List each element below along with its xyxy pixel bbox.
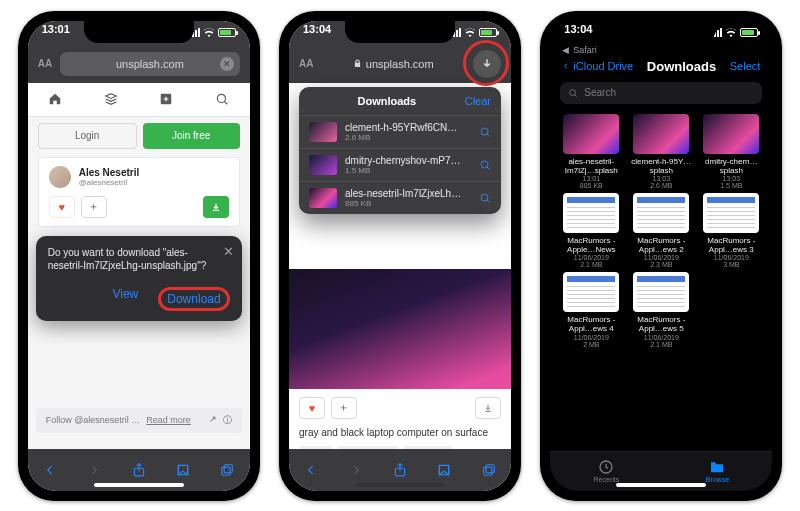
svg-point-5 — [481, 128, 488, 135]
url-bar[interactable]: unsplash.com ✕ — [60, 52, 240, 76]
file-date: 11/06/2019 — [714, 254, 749, 261]
file-item[interactable]: MacRumors - Appl…ews 5 11/06/2019 2.1 MB — [628, 272, 694, 347]
file-thumb — [703, 114, 759, 154]
image-download-button[interactable] — [475, 397, 501, 419]
download-thumb — [309, 122, 337, 142]
layers-icon[interactable] — [104, 92, 118, 106]
downloads-popover: Downloads Clear clement-h-95YRwf6CN… 2.6… — [299, 87, 501, 214]
file-item[interactable]: dmitry-chern…splash 13:03 1.5 MB — [698, 114, 764, 189]
clear-url-icon[interactable]: ✕ — [220, 57, 234, 71]
forward-icon[interactable] — [87, 463, 101, 477]
back-button[interactable]: iCloud Drive — [562, 60, 633, 72]
download-item[interactable]: dmitry-chernyshov-mP7… 1.5 MB — [299, 148, 501, 181]
search-input[interactable]: Search — [560, 82, 762, 104]
battery-icon — [218, 28, 236, 37]
url-text: unsplash.com — [116, 58, 184, 70]
add-to-collection-icon[interactable]: ＋ — [81, 196, 107, 218]
home-icon[interactable] — [48, 92, 62, 106]
read-more-link[interactable]: Read more — [146, 415, 191, 425]
page-title: Downloads — [639, 59, 724, 74]
reader-aa-button[interactable]: AA — [299, 58, 313, 69]
tab-browse[interactable]: Browse — [706, 459, 729, 483]
wifi-icon — [464, 28, 476, 38]
svg-point-7 — [481, 194, 488, 201]
add-to-collection-icon[interactable]: ＋ — [331, 397, 357, 419]
avatar[interactable] — [49, 166, 71, 188]
file-date: 11/06/2019 — [574, 254, 609, 261]
url-text: unsplash.com — [366, 58, 434, 70]
hero-image[interactable] — [289, 269, 511, 389]
reader-aa-button[interactable]: AA — [38, 58, 52, 69]
heart-icon[interactable]: ♥ — [299, 397, 325, 419]
status-time: 13:01 — [42, 23, 70, 43]
site-search-icon[interactable] — [215, 92, 229, 106]
download-size: 885 KB — [345, 199, 471, 208]
add-icon[interactable] — [159, 92, 173, 106]
back-icon[interactable] — [43, 463, 57, 477]
download-item[interactable]: clement-h-95YRwf6CN… 2.6 MB — [299, 115, 501, 148]
file-item[interactable]: clement-h-95Y…splash 13:03 2.6 MB — [628, 114, 694, 189]
share-icon[interactable] — [132, 462, 146, 478]
file-item[interactable]: MacRumors - Appl…ews 3 11/06/2019 3 MB — [698, 193, 764, 268]
download-size: 1.5 MB — [345, 166, 471, 175]
wifi-icon — [725, 28, 737, 38]
download-item[interactable]: ales-nesetril-Im7lZjxeLh… 885 KB — [299, 181, 501, 214]
lock-icon — [353, 59, 362, 68]
select-button[interactable]: Select — [730, 60, 761, 72]
tab-recents[interactable]: Recents — [594, 459, 620, 483]
magnify-icon[interactable] — [479, 126, 491, 138]
share-icon[interactable]: ↗ — [209, 414, 217, 427]
folder-icon — [709, 459, 725, 475]
tabs-icon[interactable] — [482, 463, 496, 477]
battery-icon — [479, 28, 497, 37]
magnify-icon[interactable] — [479, 192, 491, 204]
clear-button[interactable]: Clear — [465, 95, 491, 107]
heart-icon[interactable]: ♥ — [49, 196, 75, 218]
author-handle[interactable]: @alesnesetril — [79, 178, 140, 187]
login-button[interactable]: Login — [38, 123, 137, 149]
file-size: 2.6 MB — [650, 182, 672, 189]
image-download-button[interactable] — [203, 196, 229, 218]
download-name: clement-h-95YRwf6CN… — [345, 122, 471, 133]
wifi-icon — [203, 28, 215, 38]
back-icon[interactable] — [304, 463, 318, 477]
url-bar[interactable]: unsplash.com — [321, 52, 465, 76]
file-item[interactable]: MacRumors - Apple…News 11/06/2019 2.1 MB — [558, 193, 624, 268]
author-name[interactable]: Ales Nesetril — [79, 167, 140, 178]
battery-icon — [740, 28, 758, 37]
share-icon[interactable] — [393, 462, 407, 478]
file-size: 2.1 MB — [650, 341, 672, 348]
file-item[interactable]: MacRumors - Appl…ews 4 11/06/2019 2 MB — [558, 272, 624, 347]
file-name: MacRumors - Apple…News — [558, 236, 624, 254]
bookmarks-icon[interactable] — [176, 463, 190, 477]
download-prompt: ✕ Do you want to download "ales-nesetril… — [36, 236, 242, 321]
info-icon[interactable]: ⓘ — [223, 414, 232, 427]
file-item[interactable]: ales-nesetril-Im7lZj…splash 13:01 885 KB — [558, 114, 624, 189]
view-link[interactable]: View — [112, 287, 138, 311]
popover-title: Downloads — [309, 95, 465, 107]
follow-bar: Follow @alesnesetril … Read more ↗ ⓘ — [36, 408, 242, 433]
file-item[interactable]: MacRumors - Appl…ews 2 11/06/2019 2.3 MB — [628, 193, 694, 268]
forward-icon[interactable] — [349, 463, 363, 477]
search-icon — [568, 88, 578, 98]
bookmarks-icon[interactable] — [437, 463, 451, 477]
close-icon[interactable]: ✕ — [223, 244, 234, 259]
join-free-button[interactable]: Join free — [143, 123, 240, 149]
file-name: MacRumors - Appl…ews 2 — [628, 236, 694, 254]
file-date: 11/06/2019 — [574, 334, 609, 341]
file-name: MacRumors - Appl…ews 3 — [698, 236, 764, 254]
magnify-icon[interactable] — [479, 159, 491, 171]
file-size: 2.1 MB — [580, 261, 602, 268]
file-thumb — [563, 114, 619, 154]
status-time: 13:04 — [564, 23, 592, 43]
downloads-button[interactable] — [473, 50, 501, 78]
svg-rect-10 — [483, 467, 491, 475]
svg-rect-3 — [224, 464, 232, 472]
status-time: 13:04 — [303, 23, 331, 43]
file-name: ales-nesetril-Im7lZj…splash — [558, 157, 624, 175]
download-thumb — [309, 155, 337, 175]
search-placeholder: Search — [584, 87, 616, 98]
file-size: 2 MB — [583, 341, 599, 348]
download-link[interactable]: Download — [158, 287, 229, 311]
tabs-icon[interactable] — [220, 463, 234, 477]
